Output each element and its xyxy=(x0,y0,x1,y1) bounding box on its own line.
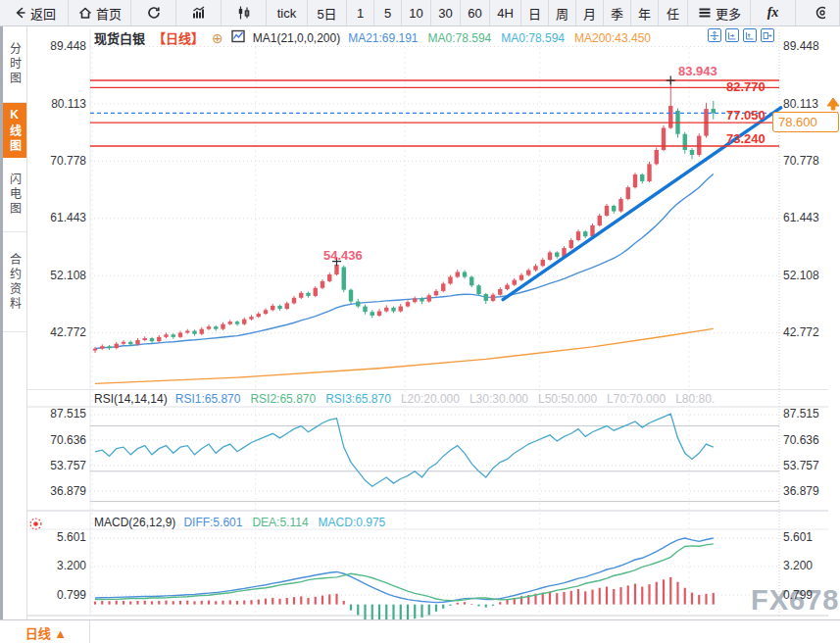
sidebar-item-lightning[interactable]: 闪电图 xyxy=(3,158,26,232)
macd-value: DEA:5.114 xyxy=(252,516,308,529)
candle-body xyxy=(413,298,417,302)
candle-body xyxy=(476,285,480,294)
candle-body xyxy=(690,150,694,155)
candle-body xyxy=(150,338,154,341)
rsi-value: L30:30.000 xyxy=(469,392,528,406)
kline-icon xyxy=(236,5,252,21)
ma-formula: MA1(21,0,0,200) xyxy=(253,31,340,45)
candle-body xyxy=(384,308,388,312)
rsi-value: L50:50.000 xyxy=(538,392,597,406)
candle-body xyxy=(633,174,637,187)
rsi-value: RSI3:65.870 xyxy=(325,392,391,406)
interval-year-button[interactable]: 年 xyxy=(631,0,659,25)
interval-5day-button[interactable]: 5日 xyxy=(308,0,347,25)
macd-values: DIFF:5.601DEA:5.114MACD:0.975 xyxy=(183,516,385,529)
interval-30min-button-label: 30 xyxy=(438,6,452,21)
candle-body xyxy=(292,298,296,304)
candle-body xyxy=(427,295,431,301)
interval-day-button[interactable]: 日 xyxy=(521,0,549,25)
candle-body xyxy=(249,317,253,320)
ma-settings-icon[interactable] xyxy=(231,29,245,46)
candle-body xyxy=(612,206,616,212)
candle-body xyxy=(576,231,580,240)
add-indicator-icon[interactable]: ⊕ xyxy=(212,31,223,45)
candle-body xyxy=(356,302,360,307)
interval-month-button[interactable]: 月 xyxy=(576,0,604,25)
sidebar-item-timeshare[interactable]: 分时图 xyxy=(3,26,26,103)
refresh-button[interactable] xyxy=(131,0,176,25)
interval-10min-button[interactable]: 10 xyxy=(402,0,431,25)
candle-body xyxy=(299,293,303,298)
chart-canvas[interactable] xyxy=(0,0,840,643)
rsi-value: L80:80. xyxy=(675,392,715,406)
interval-custom-button-label: 任 xyxy=(667,4,679,23)
expand-pane-icon[interactable] xyxy=(761,28,774,42)
interval-30min-button[interactable]: 30 xyxy=(431,0,461,25)
home-button[interactable]: 首页 xyxy=(69,0,131,25)
chart-type-kline-button[interactable] xyxy=(222,0,267,25)
macd-title: MACD(26,12,9) xyxy=(94,516,175,529)
rsi-values: RSI1:65.870RSI2:65.870RSI3:65.870L20:20.… xyxy=(175,392,715,406)
settings-button[interactable] xyxy=(796,0,840,25)
macd-value: MACD:0.975 xyxy=(319,516,386,529)
interval-5min-button[interactable]: 5 xyxy=(374,0,402,25)
symbol-title: 现货白银 xyxy=(94,28,145,47)
interval-4h-button-label: 4H xyxy=(497,6,514,21)
candle-body xyxy=(164,334,168,337)
chart-type-sidebar: 分时图K线图闪电图合约资料 xyxy=(3,26,27,619)
candle-body xyxy=(264,310,268,314)
candle-body xyxy=(399,307,403,312)
candle-body xyxy=(93,349,97,351)
interval-5day-button-label: 5日 xyxy=(317,4,336,23)
candle-body xyxy=(519,275,523,280)
candle-body xyxy=(569,240,573,248)
candle-body xyxy=(391,308,395,312)
indicator-settings-icon[interactable] xyxy=(28,517,43,535)
rsi-value: L70:70.000 xyxy=(607,392,666,406)
candle-body xyxy=(434,291,438,295)
candle-body xyxy=(548,252,552,260)
more-button[interactable]: 更多 xyxy=(688,0,751,25)
candle-body xyxy=(242,320,246,324)
crosshair-icon[interactable] xyxy=(708,28,721,42)
candle-body xyxy=(349,290,353,302)
fit-y-axis-icon[interactable] xyxy=(743,28,757,42)
macd-value: DIFF:5.601 xyxy=(183,516,242,529)
interval-1min-button[interactable]: 1 xyxy=(347,0,374,25)
candle-body xyxy=(618,199,622,212)
candle-body xyxy=(371,312,374,316)
candle-body xyxy=(583,231,587,236)
candle-body xyxy=(640,174,644,181)
rsi-line xyxy=(95,414,714,486)
candle-body xyxy=(626,187,630,199)
back-button[interactable]: 返回 xyxy=(0,0,69,25)
candle-body xyxy=(235,322,239,324)
candle-body xyxy=(327,274,331,281)
interval-60min-button[interactable]: 60 xyxy=(461,0,490,25)
candle-body xyxy=(456,272,460,277)
period-selector[interactable]: 日线 ▲ xyxy=(3,620,90,643)
interval-week-button[interactable]: 周 xyxy=(549,0,576,25)
interval-custom-button[interactable]: 任 xyxy=(659,0,688,25)
interval-4h-button[interactable]: 4H xyxy=(490,0,521,25)
high-marker-cross xyxy=(667,76,675,85)
candle-body xyxy=(533,266,537,270)
candle-body xyxy=(342,268,346,290)
candle-body xyxy=(647,164,651,181)
rsi-legend: RSI(14,14,14) RSI1:65.870RSI2:65.870RSI3… xyxy=(94,392,715,406)
rsi-value: L20:20.000 xyxy=(401,392,460,406)
candle-body xyxy=(192,331,196,334)
current-price-value: 78.600 xyxy=(778,115,817,129)
interval-1min-button-label: 1 xyxy=(357,6,364,21)
interval-tick-button[interactable]: tick xyxy=(267,0,308,25)
candle-body xyxy=(257,314,261,317)
rsi-title: RSI(14,14,14) xyxy=(94,392,168,406)
fx-indicator-button[interactable]: fx xyxy=(751,0,796,25)
chart-type-area-button[interactable] xyxy=(176,0,222,25)
candle-body xyxy=(314,288,318,296)
sidebar-item-kline[interactable]: K线图 xyxy=(3,103,26,158)
fit-x-axis-icon[interactable] xyxy=(725,28,739,42)
period-tag: 【日线】 xyxy=(153,28,204,47)
sidebar-item-contract-info[interactable]: 合约资料 xyxy=(3,232,26,332)
interval-quarter-button[interactable]: 季 xyxy=(604,0,631,25)
